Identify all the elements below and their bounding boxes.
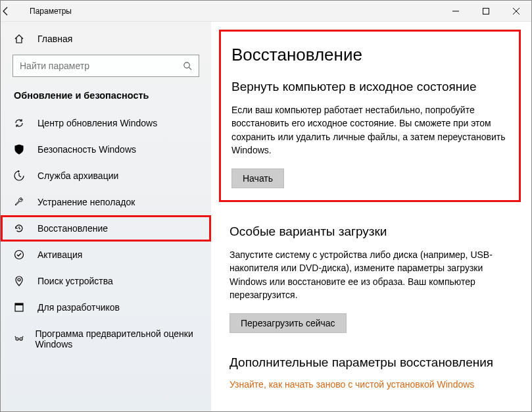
window-controls (441, 1, 531, 22)
sidebar-item-label: Устранение неполадок (37, 197, 135, 207)
sidebar-item-insider[interactable]: Программа предварительной оценки Windows (1, 321, 211, 357)
sidebar-item-developers[interactable]: Для разработчиков (1, 294, 211, 321)
home-label: Главная (37, 34, 72, 44)
svg-point-6 (15, 251, 24, 259)
startup-title: Особые варианты загрузки (230, 224, 518, 239)
sidebar-item-label: Поиск устройства (37, 276, 113, 286)
reset-start-button[interactable]: Начать (231, 168, 284, 188)
sidebar-item-security[interactable]: Безопасность Windows (1, 136, 211, 163)
reset-text: Если ваш компьютер работает нестабильно,… (231, 103, 508, 157)
category-header: Обновление и безопасность (1, 85, 211, 110)
svg-point-11 (20, 338, 22, 340)
minimize-button[interactable] (441, 1, 471, 22)
svg-point-7 (18, 278, 20, 281)
backup-icon (14, 170, 27, 181)
svg-point-4 (183, 62, 189, 67)
sidebar-item-label: Служба архивации (37, 170, 118, 181)
more-title: Дополнительные параметры восстановления (230, 355, 518, 370)
sidebar-item-label: Безопасность Windows (37, 144, 136, 155)
history-icon (14, 223, 27, 234)
advanced-startup-section: Особые варианты загрузки Запустите систе… (230, 224, 518, 333)
close-button[interactable] (501, 1, 531, 22)
home-icon (14, 34, 27, 44)
startup-text: Запустите систему с устройства либо диск… (230, 248, 518, 301)
sidebar-item-label: Центр обновления Windows (37, 118, 157, 128)
body: Главная Обновление и безопасность Центр … (1, 22, 531, 411)
sidebar-item-label: Программа предварительной оценки Windows (35, 328, 198, 349)
sidebar-item-recovery[interactable]: Восстановление (1, 215, 211, 242)
home-link[interactable]: Главная (1, 28, 211, 49)
sidebar-item-backup[interactable]: Служба архивации (1, 163, 211, 189)
search-input[interactable] (13, 61, 176, 71)
page-title: Восстановление (231, 45, 508, 65)
sidebar: Главная Обновление и безопасность Центр … (1, 22, 211, 411)
find-icon (14, 276, 27, 286)
svg-rect-1 (483, 8, 489, 14)
maximize-button[interactable] (471, 1, 501, 22)
back-button[interactable] (1, 6, 27, 16)
more-options-section: Дополнительные параметры восстановления … (230, 355, 518, 390)
titlebar: Параметры (1, 1, 531, 22)
window-title: Параметры (27, 7, 441, 16)
search-box[interactable] (12, 55, 199, 77)
sync-icon (14, 118, 27, 128)
sidebar-item-finddevice[interactable]: Поиск устройства (1, 268, 211, 294)
settings-window: Параметры Главная (0, 0, 532, 412)
svg-rect-9 (15, 303, 23, 305)
sidebar-item-label: Для разработчиков (37, 302, 120, 313)
reset-title: Вернуть компьютер в исходное состояние (231, 80, 508, 94)
search-wrap (1, 49, 211, 85)
check-icon (14, 249, 27, 260)
reset-pc-section: Восстановление Вернуть компьютер в исход… (219, 30, 521, 202)
wrench-icon (14, 197, 27, 207)
insider-icon (14, 334, 24, 344)
content: Восстановление Вернуть компьютер в исход… (211, 22, 531, 411)
sidebar-item-label: Восстановление (37, 223, 108, 234)
sidebar-item-update[interactable]: Центр обновления Windows (1, 110, 211, 136)
sidebar-item-activation[interactable]: Активация (1, 242, 211, 268)
restart-now-button[interactable]: Перезагрузить сейчас (230, 313, 347, 333)
search-icon (176, 61, 199, 71)
sidebar-item-troubleshoot[interactable]: Устранение неполадок (1, 189, 211, 215)
shield-icon (14, 144, 27, 155)
dev-icon (14, 302, 27, 313)
fresh-start-link[interactable]: Узнайте, как начать заново с чистой уста… (230, 379, 474, 390)
sidebar-item-label: Активация (37, 249, 82, 260)
svg-line-5 (189, 67, 191, 70)
svg-point-10 (16, 338, 18, 340)
